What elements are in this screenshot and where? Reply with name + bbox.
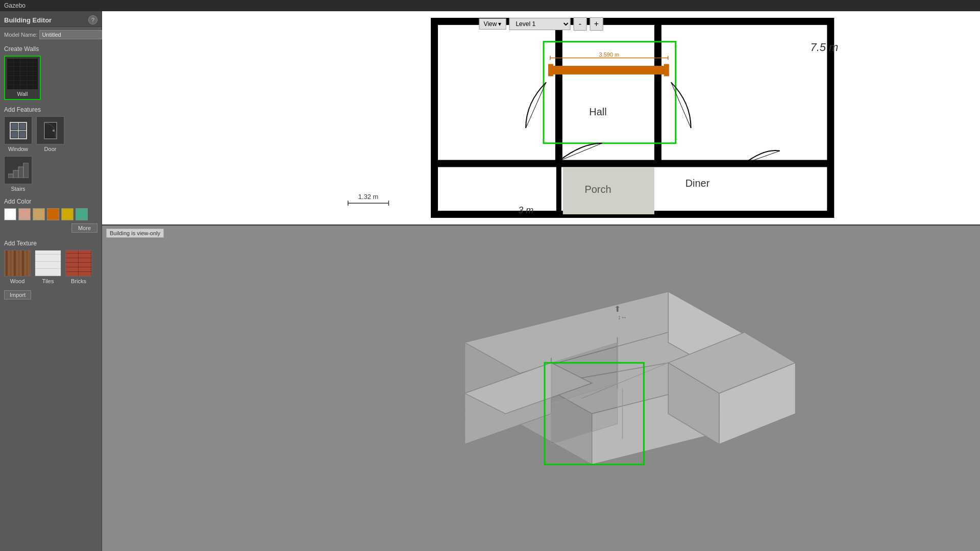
stairs-section: Stairs bbox=[0, 155, 102, 195]
svg-text:3.590 m: 3.590 m bbox=[599, 52, 620, 58]
bottom-view: Building is view-only bbox=[102, 226, 980, 551]
model-name-row: Model Name: bbox=[0, 27, 102, 42]
bricks-icon bbox=[65, 250, 92, 277]
add-features-title: Add Features bbox=[0, 103, 102, 115]
svg-rect-12 bbox=[18, 167, 23, 178]
color-swatch-yellow[interactable] bbox=[61, 208, 74, 220]
stairs-item[interactable]: Stairs bbox=[4, 156, 32, 192]
window-label: Window bbox=[8, 146, 28, 152]
svg-text:7.5 m: 7.5 m bbox=[810, 41, 838, 54]
svg-rect-13 bbox=[23, 163, 29, 178]
svg-rect-23 bbox=[548, 64, 553, 77]
color-swatches bbox=[4, 208, 97, 220]
door-icon bbox=[36, 116, 64, 144]
svg-text:Hall: Hall bbox=[589, 106, 606, 117]
svg-text:3 m: 3 m bbox=[518, 205, 533, 215]
add-features-section: Window Door bbox=[0, 115, 102, 155]
import-button[interactable]: Import bbox=[4, 290, 31, 299]
floor-plan-svg: 3.590 m Hall Porch Diner 7. bbox=[102, 11, 980, 224]
color-swatch-tan[interactable] bbox=[33, 208, 45, 220]
app-title: Gazebo bbox=[4, 2, 26, 9]
door-feature-item[interactable]: Door bbox=[36, 116, 64, 152]
svg-rect-10 bbox=[8, 174, 13, 178]
svg-rect-6 bbox=[19, 132, 26, 138]
wall-label: Wall bbox=[17, 91, 28, 97]
add-color-section: More bbox=[0, 207, 102, 237]
stairs-label: Stairs bbox=[11, 186, 25, 192]
svg-rect-4 bbox=[19, 123, 26, 130]
svg-text:Diner: Diner bbox=[685, 178, 710, 189]
texture-bricks[interactable]: Bricks bbox=[65, 250, 92, 284]
view-only-badge: Building is view-only bbox=[106, 229, 164, 238]
stairs-icon bbox=[4, 156, 32, 184]
color-swatch-white[interactable] bbox=[4, 208, 16, 220]
svg-rect-3 bbox=[11, 123, 17, 130]
svg-rect-5 bbox=[11, 132, 17, 138]
top-toolbar: View ▾ Level 1 - + bbox=[479, 17, 603, 31]
import-section: Import bbox=[0, 288, 102, 302]
title-bar: Gazebo bbox=[0, 0, 980, 11]
window-feature-item[interactable]: Window bbox=[4, 116, 32, 152]
create-walls-title: Create Walls bbox=[0, 42, 102, 55]
more-colors-button[interactable]: More bbox=[71, 223, 97, 233]
sidebar: Building Editor ? Model Name: Create Wal… bbox=[0, 11, 102, 551]
model-name-label: Model Name: bbox=[4, 32, 37, 38]
window-icon bbox=[4, 116, 32, 144]
add-color-title: Add Color bbox=[0, 195, 102, 207]
zoom-in-button[interactable]: + bbox=[590, 17, 603, 31]
building-3d-svg: ⬆ ↕↔ bbox=[102, 226, 980, 551]
top-view: View ▾ Level 1 - + bbox=[102, 11, 980, 226]
zoom-out-button[interactable]: - bbox=[573, 17, 586, 31]
building-editor-title: Building Editor bbox=[4, 16, 52, 24]
svg-rect-24 bbox=[664, 64, 669, 77]
help-button[interactable]: ? bbox=[88, 15, 97, 24]
texture-tiles[interactable]: Tiles bbox=[35, 250, 61, 284]
sidebar-header: Building Editor ? bbox=[0, 11, 102, 27]
view-button[interactable]: View ▾ bbox=[479, 18, 506, 30]
wall-icon bbox=[7, 59, 38, 89]
tiles-label: Tiles bbox=[42, 278, 54, 284]
wood-label: Wood bbox=[10, 278, 25, 284]
svg-text:⬆: ⬆ bbox=[614, 305, 621, 313]
content-area: View ▾ Level 1 - + bbox=[102, 11, 980, 551]
door-label: Door bbox=[44, 146, 57, 152]
svg-text:1.32 m: 1.32 m bbox=[358, 193, 379, 201]
svg-text:Porch: Porch bbox=[584, 184, 611, 195]
wood-icon bbox=[4, 250, 31, 277]
texture-items: Wood Tiles Bricks bbox=[4, 250, 97, 284]
svg-rect-22 bbox=[550, 66, 668, 74]
texture-wood[interactable]: Wood bbox=[4, 250, 31, 284]
color-swatch-teal[interactable] bbox=[76, 208, 88, 220]
level-select[interactable]: Level 1 bbox=[509, 18, 570, 30]
color-swatch-orange[interactable] bbox=[47, 208, 59, 220]
create-walls-section: Wall bbox=[0, 55, 102, 103]
wall-item[interactable]: Wall bbox=[4, 56, 41, 100]
add-texture-title: Add Texture bbox=[0, 237, 102, 249]
bricks-label: Bricks bbox=[71, 278, 86, 284]
add-texture-section: Wood Tiles Bricks bbox=[0, 249, 102, 288]
svg-rect-11 bbox=[13, 170, 18, 178]
color-swatch-peach[interactable] bbox=[18, 208, 31, 220]
tiles-icon bbox=[35, 250, 61, 277]
svg-text:↕↔: ↕↔ bbox=[618, 314, 627, 321]
